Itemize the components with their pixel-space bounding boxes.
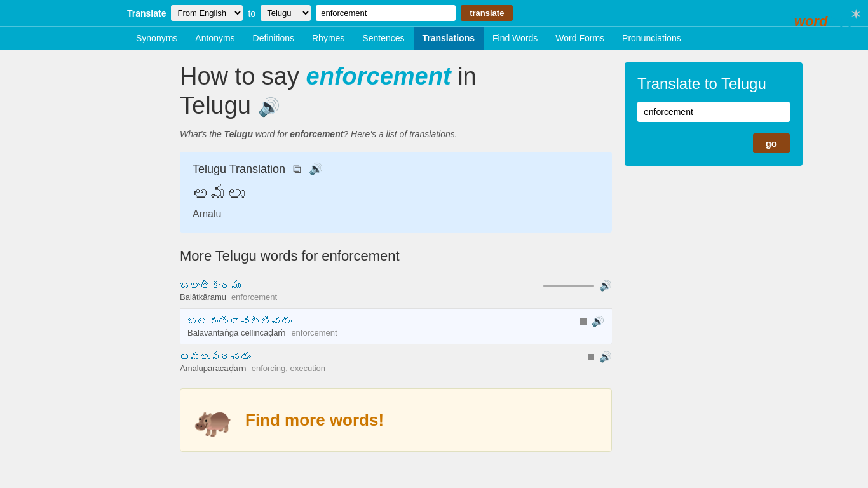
to-select[interactable]: Telugu Spanish French — [261, 5, 311, 21]
sidebar-input[interactable] — [637, 102, 790, 122]
word-list: బలాత్కారము 🔊 Balātkāramu enforcement బలవ… — [180, 273, 612, 379]
star-icon[interactable]: ✶ — [850, 6, 862, 23]
nav-definitions[interactable]: Definitions — [244, 27, 303, 50]
subtitle: What's the Telugu word for enforcement? … — [180, 129, 612, 139]
word-row-romanized: Balātkāramu enforcement — [180, 292, 612, 302]
translate-button[interactable]: translate — [461, 5, 513, 21]
word-controls: 🔊 — [588, 351, 612, 363]
romanized-small: Amaluparacaḍaṁ — [180, 363, 247, 373]
sidebar-go-button[interactable]: go — [753, 133, 790, 153]
sidebar-title: Translate to Telugu — [637, 75, 790, 93]
word-row-romanized: Amaluparacaḍaṁ enforcing, execution — [180, 363, 612, 373]
nav-antonyms[interactable]: Antonyms — [186, 27, 243, 50]
more-words-title: More Telugu words for enforcement — [180, 248, 612, 264]
sidebar-box: Translate to Telugu go — [625, 62, 803, 166]
romanized-small: Balātkāramu — [180, 292, 226, 302]
nav-translations[interactable]: Translations — [414, 27, 484, 50]
nav-find-words[interactable]: Find Words — [484, 27, 546, 50]
sidebar: Translate to Telugu go — [625, 62, 803, 452]
title-language: Telugu — [180, 92, 258, 119]
speaker-icon-word2[interactable]: 🔊 — [592, 315, 604, 327]
progress-bar — [543, 285, 594, 287]
translation-box-header: Telugu Translation ⧉ 🔊 — [193, 162, 599, 176]
speaker-icon-box[interactable]: 🔊 — [309, 162, 323, 176]
find-more-banner: 🦛 Find more words! — [180, 388, 612, 452]
romanized-translation: Amalu — [193, 208, 599, 220]
word-row-romanized: Balavantaṅgā celliñcaḍaṁ enforcement — [187, 327, 604, 337]
word-controls: 🔊 — [543, 280, 612, 292]
telugu-translation-word: అమలు — [193, 184, 599, 205]
subtitle-word: enforcement — [290, 129, 343, 139]
word-controls: 🔊 — [580, 315, 604, 327]
translation-box-title: Telugu Translation — [193, 163, 285, 176]
title-word: enforcement — [306, 63, 451, 90]
nav-pronunciations[interactable]: Pronunciations — [613, 27, 690, 50]
copy-icon[interactable]: ⧉ — [293, 163, 301, 176]
speaker-icon-word3[interactable]: 🔊 — [599, 351, 612, 363]
definition-small: enforcement — [231, 292, 277, 302]
page-title: How to say enforcement in Telugu 🔊 — [180, 62, 612, 120]
telugu-word-link[interactable]: అమలుపరచడం — [180, 351, 251, 363]
translate-label: Translate — [127, 8, 166, 18]
from-select[interactable]: From English From Spanish From French — [171, 5, 243, 21]
find-more-title: Find more words! — [245, 410, 384, 430]
main-content: How to say enforcement in Telugu 🔊 What'… — [180, 62, 612, 452]
word-row: బలాత్కారము 🔊 Balātkāramu enforcement — [180, 273, 612, 309]
title-suffix: in — [458, 63, 477, 90]
telugu-word-link[interactable]: బలవంతంగా చెల్లించడం — [187, 316, 292, 327]
romanized-small: Balavantaṅgā celliñcaḍaṁ — [187, 328, 286, 337]
translation-box: Telugu Translation ⧉ 🔊 అమలు Amalu — [180, 152, 612, 233]
nav-sentences[interactable]: Sentences — [353, 27, 413, 50]
definition-small: enforcement — [291, 328, 337, 337]
stop-icon[interactable] — [580, 318, 587, 325]
word-row: అమలుపరచడం 🔊 Amaluparacaḍaṁ enforcing, ex… — [180, 344, 612, 379]
telugu-word-link[interactable]: బలాత్కారము — [180, 280, 241, 292]
search-input[interactable] — [316, 5, 456, 21]
nav-rhymes[interactable]: Rhymes — [303, 27, 353, 50]
definition-small: enforcing, execution — [252, 363, 325, 373]
title-prefix: How to say — [180, 63, 306, 90]
speaker-icon-word1[interactable]: 🔊 — [599, 280, 612, 292]
stop-icon[interactable] — [588, 354, 594, 360]
nav-bar: Synonyms Antonyms Definitions Rhymes Sen… — [0, 26, 868, 50]
nav-word-forms[interactable]: Word Forms — [546, 27, 613, 50]
word-row: బలవంతంగా చెల్లించడం 🔊 Balavantaṅgā celli… — [180, 309, 612, 344]
subtitle-language: Telugu — [224, 129, 253, 139]
to-label: to — [248, 8, 255, 18]
speaker-icon-main[interactable]: 🔊 — [258, 97, 280, 117]
nav-synonyms[interactable]: Synonyms — [127, 27, 186, 50]
